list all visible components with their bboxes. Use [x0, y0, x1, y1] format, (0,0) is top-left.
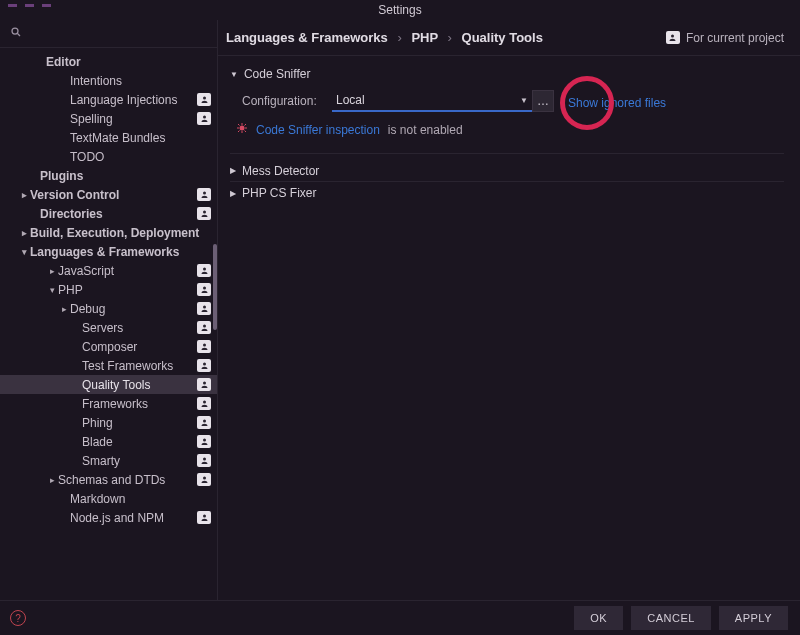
breadcrumb-part: Quality Tools	[462, 30, 543, 45]
section-head-code-sniffer[interactable]: ▼ Code Sniffer	[230, 64, 784, 84]
configuration-value: Local	[336, 93, 365, 107]
svg-point-18	[203, 515, 206, 518]
sidebar-item-markdown[interactable]: Markdown	[0, 489, 217, 508]
apply-button[interactable]: APPLY	[719, 606, 788, 630]
sidebar-item-servers[interactable]: Servers	[0, 318, 217, 337]
svg-point-9	[203, 325, 206, 328]
section-head-php-cs-fixer[interactable]: ▶ PHP CS Fixer	[230, 182, 784, 204]
ok-button[interactable]: OK	[574, 606, 623, 630]
cancel-button[interactable]: CANCEL	[631, 606, 711, 630]
sidebar-item-composer[interactable]: Composer	[0, 337, 217, 356]
sidebar-item-spelling[interactable]: Spelling	[0, 109, 217, 128]
help-button[interactable]: ?	[10, 610, 26, 626]
sidebar-item-blade[interactable]: Blade	[0, 432, 217, 451]
svg-point-20	[240, 126, 245, 131]
code-sniffer-inspection-link[interactable]: Code Sniffer inspection	[256, 123, 380, 137]
sidebar-item-textmate-bundles[interactable]: TextMate Bundles	[0, 128, 217, 147]
sidebar-item-label: TODO	[70, 150, 211, 164]
sidebar-item-label: Plugins	[40, 169, 211, 183]
svg-point-8	[203, 306, 206, 309]
sidebar-item-label: Frameworks	[82, 397, 197, 411]
svg-point-4	[203, 192, 206, 195]
sidebar-item-debug[interactable]: ▸Debug	[0, 299, 217, 318]
project-scope-icon	[197, 93, 211, 106]
sidebar-item-label: Build, Execution, Deployment	[30, 226, 211, 240]
svg-line-26	[245, 131, 247, 133]
svg-point-14	[203, 420, 206, 423]
scrollbar-thumb[interactable]	[213, 244, 217, 330]
sidebar-item-plugins[interactable]: Plugins	[0, 166, 217, 185]
project-scope-icon	[197, 321, 211, 334]
project-scope-icon	[197, 416, 211, 429]
sidebar-item-schemas-and-dtds[interactable]: ▸Schemas and DTDs	[0, 470, 217, 489]
section-title: PHP CS Fixer	[242, 186, 316, 200]
sidebar-item-frameworks[interactable]: Frameworks	[0, 394, 217, 413]
tree-arrow-icon: ▾	[46, 285, 58, 295]
project-scope-icon	[197, 340, 211, 353]
window-title: Settings	[378, 3, 421, 17]
sidebar-item-javascript[interactable]: ▸JavaScript	[0, 261, 217, 280]
section-head-mess-detector[interactable]: ▶ Mess Detector	[230, 160, 784, 182]
sidebar-item-php[interactable]: ▾PHP	[0, 280, 217, 299]
svg-line-25	[238, 124, 240, 126]
search-row	[0, 20, 217, 48]
settings-main: Languages & Frameworks › PHP › Quality T…	[218, 20, 800, 600]
sidebar-item-version-control[interactable]: ▸Version Control	[0, 185, 217, 204]
project-scope-label: For current project	[686, 31, 784, 45]
configuration-select[interactable]: Local ▼	[332, 90, 532, 112]
svg-point-17	[203, 477, 206, 480]
settings-tree[interactable]: EditorIntentionsLanguage InjectionsSpell…	[0, 48, 217, 600]
breadcrumb-part[interactable]: PHP	[411, 30, 438, 45]
sidebar-item-phing[interactable]: Phing	[0, 413, 217, 432]
search-icon[interactable]	[10, 26, 22, 41]
svg-point-0	[12, 28, 18, 34]
sidebar-item-language-injections[interactable]: Language Injections	[0, 90, 217, 109]
show-ignored-files-link[interactable]: Show ignored files	[568, 92, 666, 110]
sidebar-item-quality-tools[interactable]: Quality Tools	[0, 375, 217, 394]
sidebar-item-intentions[interactable]: Intentions	[0, 71, 217, 90]
project-scope-icon	[197, 397, 211, 410]
settings-panel: ▼ Code Sniffer Configuration: Local ▼ … …	[218, 56, 800, 212]
project-scope-icon	[197, 435, 211, 448]
configuration-label: Configuration:	[242, 94, 332, 108]
sidebar-item-smarty[interactable]: Smarty	[0, 451, 217, 470]
sidebar-item-label: Debug	[70, 302, 197, 316]
svg-point-7	[203, 287, 206, 290]
project-scope-icon	[197, 264, 211, 277]
svg-point-2	[203, 97, 206, 100]
configuration-row: Configuration: Local ▼ … Show ignored fi…	[242, 90, 784, 112]
sidebar-item-node-js-and-npm[interactable]: Node.js and NPM	[0, 508, 217, 527]
window-menu-dots[interactable]	[8, 4, 51, 7]
project-scope-icon	[197, 511, 211, 524]
sidebar-item-editor[interactable]: Editor	[0, 52, 217, 71]
svg-point-13	[203, 401, 206, 404]
sidebar-item-directories[interactable]: Directories	[0, 204, 217, 223]
sidebar-item-languages-frameworks[interactable]: ▾Languages & Frameworks	[0, 242, 217, 261]
sidebar-item-label: PHP	[58, 283, 197, 297]
sidebar-item-label: Languages & Frameworks	[30, 245, 211, 259]
configuration-more-button[interactable]: …	[532, 90, 554, 112]
inspection-row: Code Sniffer inspection is not enabled	[236, 122, 784, 137]
sidebar-item-label: Composer	[82, 340, 197, 354]
tree-arrow-icon: ▾	[18, 247, 30, 257]
sidebar-item-label: Editor	[46, 55, 211, 69]
bug-icon	[236, 122, 248, 137]
sidebar-item-label: Quality Tools	[82, 378, 197, 392]
breadcrumb-part[interactable]: Languages & Frameworks	[226, 30, 388, 45]
svg-point-5	[203, 211, 206, 214]
tree-arrow-icon: ▸	[46, 266, 58, 276]
tree-arrow-icon: ▸	[58, 304, 70, 314]
svg-point-12	[203, 382, 206, 385]
chevron-right-icon: ›	[397, 30, 401, 45]
sidebar-item-label: Phing	[82, 416, 197, 430]
chevron-right-icon: ▶	[230, 189, 236, 198]
project-scope-icon	[197, 207, 211, 220]
svg-point-11	[203, 363, 206, 366]
inspection-status-text: is not enabled	[388, 123, 463, 137]
sidebar-item-build-execution-deployment[interactable]: ▸Build, Execution, Deployment	[0, 223, 217, 242]
chevron-right-icon: ▶	[230, 166, 236, 175]
project-scope-icon	[197, 302, 211, 315]
project-scope-icon	[197, 454, 211, 467]
sidebar-item-todo[interactable]: TODO	[0, 147, 217, 166]
sidebar-item-test-frameworks[interactable]: Test Frameworks	[0, 356, 217, 375]
